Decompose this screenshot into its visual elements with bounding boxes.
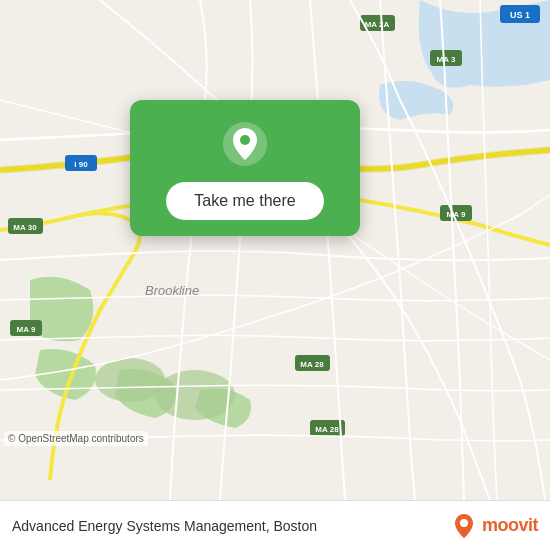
map-view: I 90 MA 30 MA 9 MA 9 MA 2A MA 3 US 1 MA … — [0, 0, 550, 500]
svg-text:MA 28: MA 28 — [315, 425, 339, 434]
svg-point-1 — [155, 370, 235, 420]
location-name-label: Advanced Energy Systems Management, Bost… — [12, 518, 442, 534]
location-card: Take me there — [130, 100, 360, 236]
svg-text:MA 28: MA 28 — [300, 360, 324, 369]
location-pin-icon — [221, 120, 269, 168]
svg-point-2 — [95, 358, 165, 402]
svg-point-24 — [460, 519, 468, 527]
svg-point-23 — [240, 135, 250, 145]
svg-text:MA 9: MA 9 — [17, 325, 36, 334]
bottom-bar: Advanced Energy Systems Management, Bost… — [0, 500, 550, 550]
svg-text:I 90: I 90 — [74, 160, 88, 169]
moovit-pin-icon — [450, 512, 478, 540]
svg-text:MA 3: MA 3 — [437, 55, 456, 64]
svg-text:MA 30: MA 30 — [13, 223, 37, 232]
svg-text:MA 2A: MA 2A — [365, 20, 390, 29]
moovit-logo: moovit — [450, 512, 538, 540]
svg-text:MA 9: MA 9 — [447, 210, 466, 219]
moovit-brand-text: moovit — [482, 515, 538, 536]
osm-attribution: © OpenStreetMap contributors — [4, 431, 148, 446]
svg-text:Brookline: Brookline — [145, 283, 199, 298]
svg-text:US 1: US 1 — [510, 10, 530, 20]
take-me-there-button[interactable]: Take me there — [166, 182, 323, 220]
